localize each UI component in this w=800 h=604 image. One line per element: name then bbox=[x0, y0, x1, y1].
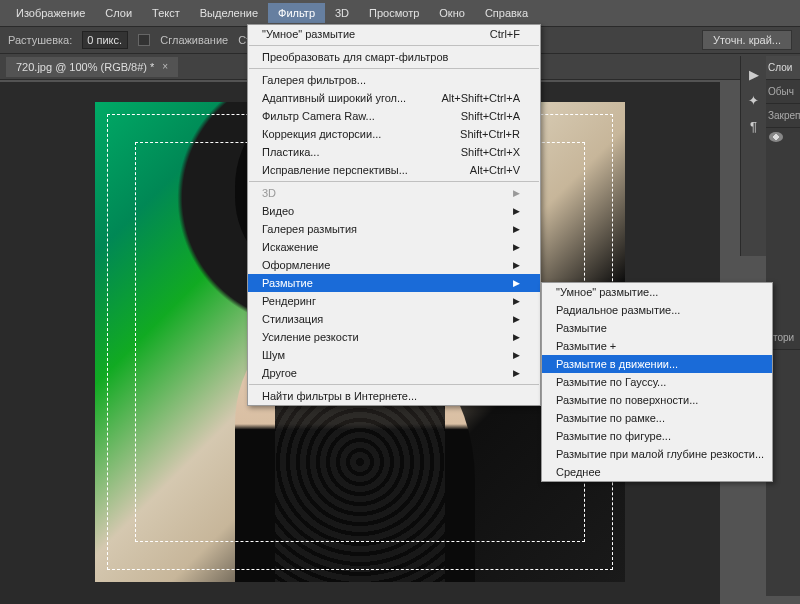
menu-view[interactable]: Просмотр bbox=[359, 3, 429, 23]
menu-blur-sub[interactable]: Размытие▶ bbox=[248, 274, 540, 292]
menu-3d-sub[interactable]: 3D▶ bbox=[248, 184, 540, 202]
blur-radial[interactable]: Радиальное размытие... bbox=[542, 301, 772, 319]
blur-motion[interactable]: Размытие в движении... bbox=[542, 355, 772, 373]
menu-filter-gallery[interactable]: Галерея фильтров... bbox=[248, 71, 540, 89]
main-menubar: Изображение Слои Текст Выделение Фильтр … bbox=[0, 0, 800, 26]
brushes-icon[interactable]: ✦ bbox=[746, 92, 762, 108]
chevron-right-icon: ▶ bbox=[513, 368, 520, 378]
collapsed-panel-rail: ▶ ✦ ¶ bbox=[740, 56, 766, 256]
menu-stylize-sub[interactable]: Стилизация▶ bbox=[248, 310, 540, 328]
blend-mode-row[interactable]: Обыч bbox=[766, 80, 800, 104]
menu-window[interactable]: Окно bbox=[429, 3, 475, 23]
blur-surface[interactable]: Размытие по поверхности... bbox=[542, 391, 772, 409]
filter-dropdown: "Умное" размытиеCtrl+F Преобразовать для… bbox=[247, 24, 541, 406]
blur-submenu: "Умное" размытие... Радиальное размытие.… bbox=[541, 282, 773, 482]
menu-camera-raw[interactable]: Фильтр Camera Raw...Shift+Ctrl+A bbox=[248, 107, 540, 125]
blur-smart[interactable]: "Умное" размытие... bbox=[542, 283, 772, 301]
menu-filter[interactable]: Фильтр bbox=[268, 3, 325, 23]
menu-liquify[interactable]: Пластика...Shift+Ctrl+X bbox=[248, 143, 540, 161]
chevron-right-icon: ▶ bbox=[513, 206, 520, 216]
menu-sharpen-sub[interactable]: Усиление резкости▶ bbox=[248, 328, 540, 346]
menu-3d[interactable]: 3D bbox=[325, 3, 359, 23]
blur-gaussian[interactable]: Размытие по Гауссу... bbox=[542, 373, 772, 391]
layer-visibility-row[interactable] bbox=[766, 128, 800, 146]
menu-video-sub[interactable]: Видео▶ bbox=[248, 202, 540, 220]
chevron-right-icon: ▶ bbox=[513, 242, 520, 252]
antialias-label: Сглаживание bbox=[160, 34, 228, 46]
menu-blur-gallery-sub[interactable]: Галерея размытия▶ bbox=[248, 220, 540, 238]
chevron-right-icon: ▶ bbox=[513, 332, 520, 342]
blur-shape[interactable]: Размытие по фигуре... bbox=[542, 427, 772, 445]
document-tab[interactable]: 720.jpg @ 100% (RGB/8#) * × bbox=[6, 57, 178, 77]
menu-vanishing-point[interactable]: Исправление перспективы...Alt+Ctrl+V bbox=[248, 161, 540, 179]
chevron-right-icon: ▶ bbox=[513, 296, 520, 306]
blur-more[interactable]: Размытие + bbox=[542, 337, 772, 355]
blur-blur[interactable]: Размытие bbox=[542, 319, 772, 337]
chevron-right-icon: ▶ bbox=[513, 224, 520, 234]
menu-image[interactable]: Изображение bbox=[6, 3, 95, 23]
menu-select[interactable]: Выделение bbox=[190, 3, 268, 23]
chevron-right-icon: ▶ bbox=[513, 260, 520, 270]
feather-label: Растушевка: bbox=[8, 34, 72, 46]
blur-box[interactable]: Размытие по рамке... bbox=[542, 409, 772, 427]
blur-lens[interactable]: Размытие при малой глубине резкости... bbox=[542, 445, 772, 463]
menu-help[interactable]: Справка bbox=[475, 3, 538, 23]
menu-browse-online[interactable]: Найти фильтры в Интернете... bbox=[248, 387, 540, 405]
menu-render-sub[interactable]: Рендеринг▶ bbox=[248, 292, 540, 310]
chevron-right-icon: ▶ bbox=[513, 350, 520, 360]
eye-icon bbox=[769, 132, 783, 142]
play-icon[interactable]: ▶ bbox=[746, 66, 762, 82]
menu-layers[interactable]: Слои bbox=[95, 3, 142, 23]
menu-noise-sub[interactable]: Шум▶ bbox=[248, 346, 540, 364]
menu-text[interactable]: Текст bbox=[142, 3, 190, 23]
menu-other-sub[interactable]: Другое▶ bbox=[248, 364, 540, 382]
feather-input[interactable] bbox=[82, 31, 128, 49]
document-tab-title: 720.jpg @ 100% (RGB/8#) * bbox=[16, 61, 154, 73]
menu-adaptive-wide[interactable]: Адаптивный широкий угол...Alt+Shift+Ctrl… bbox=[248, 89, 540, 107]
close-tab-icon[interactable]: × bbox=[162, 61, 168, 72]
layers-tab[interactable]: Слои bbox=[766, 56, 800, 80]
blur-average[interactable]: Среднее bbox=[542, 463, 772, 481]
character-icon[interactable]: ¶ bbox=[746, 118, 762, 134]
chevron-right-icon: ▶ bbox=[513, 314, 520, 324]
menu-smart-blur-repeat[interactable]: "Умное" размытиеCtrl+F bbox=[248, 25, 540, 43]
chevron-right-icon: ▶ bbox=[513, 278, 520, 288]
menu-convert-smart[interactable]: Преобразовать для смарт-фильтров bbox=[248, 48, 540, 66]
refine-edge-button[interactable]: Уточн. край... bbox=[702, 30, 792, 50]
menu-lens-correction[interactable]: Коррекция дисторсии...Shift+Ctrl+R bbox=[248, 125, 540, 143]
chevron-right-icon: ▶ bbox=[513, 188, 520, 198]
lock-row[interactable]: Закреп bbox=[766, 104, 800, 128]
menu-distort-sub[interactable]: Искажение▶ bbox=[248, 238, 540, 256]
antialias-checkbox[interactable] bbox=[138, 34, 150, 46]
menu-pixelate-sub[interactable]: Оформление▶ bbox=[248, 256, 540, 274]
